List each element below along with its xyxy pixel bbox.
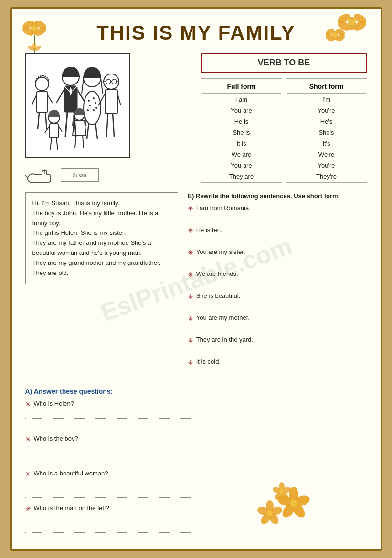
short-form-cell: She's bbox=[287, 127, 366, 137]
rewrite-sentence-text: It is cold. bbox=[196, 358, 221, 365]
rewrite-sentence: ✳ I am from Romania. bbox=[188, 204, 367, 212]
section-a: A) Answer these questions: ✳ Who is Hele… bbox=[25, 388, 191, 539]
rewrite-item: ✳ He is ten. bbox=[188, 226, 367, 243]
section-a-header: A) Answer these questions: bbox=[25, 388, 191, 395]
star-icon: ✳ bbox=[188, 358, 193, 366]
short-form-cell: It's bbox=[287, 138, 366, 148]
name-tag: Susan bbox=[61, 168, 99, 182]
svg-point-40 bbox=[93, 97, 95, 99]
answer-line bbox=[188, 324, 367, 331]
section-b-header: B) Rewrite the following sentences. Use … bbox=[188, 192, 367, 200]
question-item: ✳ Who is Helen? bbox=[25, 400, 191, 428]
question-item: ✳ Who is the man on the left? bbox=[25, 505, 191, 533]
star-icon: ✳ bbox=[25, 470, 31, 478]
full-form-cell: You are bbox=[202, 105, 281, 116]
answer-line bbox=[188, 258, 367, 265]
rewrite-sentence-text: We are friends. bbox=[196, 270, 238, 277]
short-form-table: Short form I'mYou'reHe'sShe'sIt'sWe'reYo… bbox=[286, 78, 367, 183]
question-item: ✳ Who is the boy? bbox=[25, 435, 191, 463]
full-form-cell: He is bbox=[202, 116, 281, 126]
bottom-right-area bbox=[201, 388, 367, 539]
answer-line bbox=[188, 280, 367, 287]
worksheet-page: EslPrintable.com THIS IS MY FAMILY bbox=[10, 7, 382, 551]
rewrite-item: ✳ She is beautiful. bbox=[188, 292, 367, 309]
section-b-intro: B) Rewrite the following sentences. Use … bbox=[188, 192, 367, 380]
short-form-cell: You're bbox=[287, 160, 366, 170]
rewrite-sentence: ✳ You are my mother. bbox=[188, 314, 367, 322]
rewrite-sentence: ✳ It is cold. bbox=[188, 358, 367, 366]
question-label: Who is the boy? bbox=[34, 435, 78, 442]
full-form-cell: She is bbox=[202, 127, 281, 137]
question-text: ✳ Who is a beautiful woman? bbox=[25, 470, 191, 478]
reading-text-area: Hi, I'm Susan. This is my family. The bo… bbox=[25, 192, 178, 380]
short-form-cell: You're bbox=[287, 105, 366, 116]
rewrite-item: ✳ I am from Romania. bbox=[188, 204, 367, 221]
short-form-cell: They're bbox=[287, 171, 366, 181]
rewrite-sentence-text: You are my sister. bbox=[196, 248, 245, 255]
rewrite-sentence: ✳ They are in the yard. bbox=[188, 336, 367, 344]
question-text: ✳ Who is the boy? bbox=[25, 435, 191, 443]
short-form-header: Short form bbox=[287, 80, 366, 94]
answer-line-2 bbox=[25, 524, 191, 533]
answer-line bbox=[25, 410, 191, 419]
svg-point-43 bbox=[87, 109, 89, 111]
question-item: ✳ Who is a beautiful woman? bbox=[25, 470, 191, 498]
answer-line bbox=[25, 515, 191, 523]
full-form-cell: We are bbox=[202, 149, 281, 159]
svg-point-39 bbox=[88, 100, 90, 102]
question-text: ✳ Who is Helen? bbox=[25, 400, 191, 408]
svg-point-84 bbox=[290, 500, 297, 507]
full-form-header: Full form bbox=[202, 80, 281, 94]
answer-line bbox=[188, 214, 367, 221]
image-column: Susan bbox=[25, 53, 191, 185]
hand-icon bbox=[25, 166, 59, 185]
question-label: Who is a beautiful woman? bbox=[34, 470, 108, 477]
svg-point-90 bbox=[267, 510, 273, 516]
reading-text: Hi, I'm Susan. This is my family. The bo… bbox=[32, 199, 171, 278]
top-section: Susan VERB TO BE Full form I amYou areHe… bbox=[25, 53, 367, 185]
answer-line bbox=[188, 236, 367, 243]
svg-point-96 bbox=[279, 489, 284, 494]
rewrite-sentence-text: They are in the yard. bbox=[196, 336, 253, 343]
family-svg bbox=[28, 55, 128, 156]
answer-line bbox=[188, 346, 367, 353]
star-icon: ✳ bbox=[188, 227, 193, 234]
svg-point-10 bbox=[33, 45, 36, 48]
lower-section: A) Answer these questions: ✳ Who is Hele… bbox=[25, 388, 367, 539]
answer-line bbox=[188, 302, 367, 309]
rewrite-sentence: ✳ You are my sister. bbox=[188, 248, 367, 256]
answer-line bbox=[25, 445, 191, 453]
svg-point-45 bbox=[95, 107, 97, 109]
page-title: THIS IS MY FAMILY bbox=[25, 21, 367, 44]
full-form-cell: You are bbox=[202, 160, 281, 170]
rewrite-sentence-text: You are my mother. bbox=[196, 314, 250, 321]
full-form-cell: I am bbox=[202, 95, 281, 105]
rewrite-item: ✳ You are my mother. bbox=[188, 314, 367, 331]
full-form-cell: They are bbox=[202, 171, 281, 181]
rewrite-sentence: ✳ We are friends. bbox=[188, 270, 367, 278]
star-icon: ✳ bbox=[188, 293, 193, 300]
short-form-cell: I'm bbox=[287, 95, 366, 105]
star-icon: ✳ bbox=[188, 315, 193, 322]
answer-line bbox=[25, 480, 191, 488]
reading-box: Hi, I'm Susan. This is my family. The bo… bbox=[25, 192, 178, 284]
svg-point-44 bbox=[93, 109, 95, 111]
verb-to-be-title: VERB TO BE bbox=[201, 53, 367, 73]
family-image bbox=[25, 53, 130, 158]
rewrite-sentence-text: She is beautiful. bbox=[196, 292, 241, 299]
svg-point-6 bbox=[32, 26, 37, 31]
answer-line bbox=[188, 368, 367, 375]
flower-decoration-br bbox=[246, 477, 322, 535]
star-icon: ✳ bbox=[188, 337, 193, 344]
star-icon: ✳ bbox=[188, 249, 193, 256]
svg-point-22 bbox=[333, 32, 338, 37]
full-form-table: Full form I amYou areHe isShe isIt isWe … bbox=[201, 78, 282, 183]
verb-tables: Full form I amYou areHe isShe isIt isWe … bbox=[201, 78, 367, 183]
star-icon: ✳ bbox=[25, 400, 31, 408]
short-form-cell: He's bbox=[287, 116, 366, 126]
questions-container: ✳ Who is Helen? ✳ Who is the boy? ✳ Who … bbox=[25, 400, 191, 533]
question-label: Who is Helen? bbox=[34, 400, 74, 407]
svg-point-16 bbox=[349, 20, 355, 25]
svg-line-75 bbox=[25, 175, 28, 178]
rewrite-sentence-text: I am from Romania. bbox=[196, 204, 251, 211]
